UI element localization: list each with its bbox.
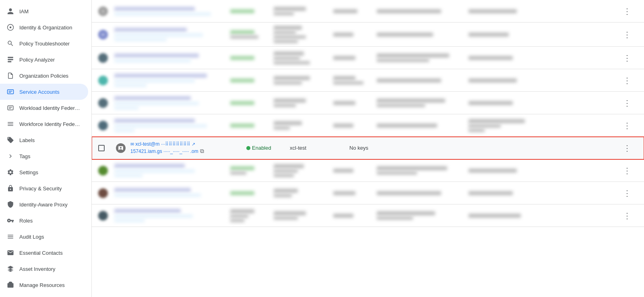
- roles-icon: [6, 217, 14, 225]
- row-avatar: [98, 121, 108, 130]
- row-id: [274, 76, 330, 85]
- sidebar-item-tags-label: Tags: [19, 153, 30, 159]
- sidebar-item-service-accounts[interactable]: Service Accounts: [0, 84, 88, 100]
- sidebar-item-settings[interactable]: Settings: [0, 164, 88, 180]
- row-status: [230, 101, 270, 105]
- sidebar-item-asset-inventory[interactable]: Asset Inventory: [0, 261, 88, 277]
- svg-rect-10: [9, 108, 11, 109]
- svg-rect-7: [9, 92, 11, 93]
- sidebar-item-policy-troubleshooter[interactable]: Policy Troubleshooter: [0, 35, 88, 52]
- row-more-actions[interactable]: ⋮: [621, 143, 638, 153]
- copy-email-icon[interactable]: ⧉: [200, 148, 204, 155]
- service-account-email-link[interactable]: ✉ xcl-test@m ···⠿⠿⠿⠿⠿⠿⠿ ↗: [130, 141, 195, 147]
- svg-rect-9: [9, 107, 12, 108]
- row-id: [274, 7, 330, 15]
- sidebar-item-identity-aware-proxy[interactable]: Identity-Aware Proxy: [0, 196, 88, 212]
- sidebar-item-workload-identity[interactable]: Workload Identity Federat...: [0, 100, 88, 116]
- sidebar-item-tags[interactable]: Tags: [0, 148, 88, 164]
- table-row[interactable]: S ⋮: [92, 0, 644, 23]
- sidebar-item-identity-org[interactable]: Identity & Organization: [0, 19, 88, 35]
- row-keys: [333, 9, 374, 13]
- sidebar-item-manage-resources[interactable]: Manage Resources: [0, 277, 88, 293]
- row-last-used: [469, 169, 533, 173]
- svg-rect-2: [8, 57, 13, 58]
- sidebar-item-essential-contacts[interactable]: Essential Contacts: [0, 245, 88, 261]
- more-options-icon[interactable]: ⋮: [621, 5, 633, 17]
- row-action[interactable]: ⋮: [621, 53, 638, 63]
- sidebar-item-identity-aware-proxy-label: Identity-Aware Proxy: [19, 202, 68, 208]
- more-options-icon[interactable]: ⋮: [621, 97, 633, 109]
- audit-logs-icon: [6, 233, 14, 241]
- workload-identity-icon: [6, 104, 14, 112]
- row-checkbox-input[interactable]: [98, 145, 105, 151]
- row-name: [114, 188, 227, 198]
- row-action[interactable]: ⋮: [621, 30, 638, 39]
- row-roles: [377, 54, 465, 62]
- row-roles: [377, 124, 465, 128]
- more-options-icon[interactable]: ⋮: [621, 210, 633, 222]
- more-options-icon[interactable]: ⋮: [621, 52, 633, 64]
- table-row[interactable]: ⋮: [92, 159, 644, 182]
- table-row[interactable]: ⋮: [92, 182, 644, 204]
- policy-troubleshooter-icon: [6, 39, 14, 47]
- sidebar-item-labels[interactable]: Labels: [0, 132, 88, 148]
- row-action[interactable]: ⋮: [621, 188, 638, 198]
- sidebar-item-workforce-identity-label: Workforce Identity Federa...: [19, 121, 82, 127]
- row-action[interactable]: ⋮: [621, 166, 638, 175]
- more-options-icon[interactable]: ⋮: [621, 29, 633, 41]
- more-options-button[interactable]: ⋮: [621, 142, 633, 154]
- more-options-icon[interactable]: ⋮: [621, 74, 633, 87]
- row-avatar: [116, 143, 126, 153]
- sidebar-item-workload-identity-label: Workload Identity Federat...: [19, 105, 82, 111]
- highlighted-service-account-row[interactable]: ✉ xcl-test@m ···⠿⠿⠿⠿⠿⠿⠿ ↗ 157421.iam.gs …: [92, 137, 644, 159]
- row-action[interactable]: ⋮: [621, 6, 638, 16]
- more-options-icon[interactable]: ⋮: [621, 120, 633, 132]
- row-name: [114, 209, 227, 222]
- row-status: [230, 166, 270, 175]
- sidebar-item-essential-contacts-label: Essential Contacts: [19, 250, 63, 256]
- org-policies-icon: [6, 72, 14, 80]
- table-row[interactable]: ⋮: [92, 204, 644, 227]
- row-keys: [333, 124, 374, 128]
- row-keys: [333, 214, 374, 218]
- table-row[interactable]: ⋮: [92, 92, 644, 114]
- service-accounts-icon: [6, 88, 14, 96]
- row-roles: [377, 9, 465, 13]
- sidebar-item-roles-label: Roles: [19, 218, 33, 224]
- row-action[interactable]: ⋮: [621, 211, 638, 221]
- keys-text: No keys: [349, 145, 368, 151]
- row-last-used: [469, 214, 533, 218]
- row-checkbox-col: S: [98, 6, 111, 16]
- table-row[interactable]: W: [92, 23, 644, 47]
- sidebar-item-iam[interactable]: IAM: [0, 3, 88, 19]
- workforce-identity-icon: [6, 120, 14, 128]
- manage-resources-icon: [6, 281, 14, 289]
- row-action[interactable]: ⋮: [621, 121, 638, 130]
- row-id: [274, 164, 330, 177]
- sidebar-item-org-policies-label: Organization Policies: [19, 73, 68, 79]
- tags-icon: [6, 152, 14, 160]
- row-avatar: S: [98, 6, 108, 16]
- service-account-id-link[interactable]: 157421.iam.gs ·····_·····_····· .om: [130, 148, 198, 154]
- row-action[interactable]: ⋮: [621, 76, 638, 85]
- sidebar-item-labels-label: Labels: [19, 137, 35, 143]
- sidebar-item-org-policies[interactable]: Organization Policies: [0, 68, 88, 84]
- sidebar-item-iam-label: IAM: [19, 8, 29, 14]
- row-checkbox[interactable]: [98, 145, 111, 151]
- sidebar-item-audit-logs[interactable]: Audit Logs: [0, 229, 88, 245]
- table-row[interactable]: ⋮: [92, 69, 644, 92]
- row-avatar: W: [98, 30, 108, 39]
- svg-rect-6: [9, 91, 12, 92]
- sidebar-item-privacy-security[interactable]: Privacy & Security: [0, 180, 88, 196]
- more-options-icon[interactable]: ⋮: [621, 187, 633, 199]
- sidebar-item-policy-analyzer[interactable]: Policy Analyzer: [0, 52, 88, 68]
- more-options-icon[interactable]: ⋮: [621, 165, 633, 177]
- table-row[interactable]: ⋮: [92, 47, 644, 69]
- row-name: [114, 28, 227, 41]
- sidebar-item-roles[interactable]: Roles: [0, 212, 88, 229]
- sidebar-item-asset-inventory-label: Asset Inventory: [19, 266, 56, 272]
- sidebar-item-workforce-identity[interactable]: Workforce Identity Federa...: [0, 116, 88, 132]
- table-row[interactable]: ⋮: [92, 114, 644, 137]
- svg-rect-8: [8, 106, 13, 110]
- row-action[interactable]: ⋮: [621, 98, 638, 108]
